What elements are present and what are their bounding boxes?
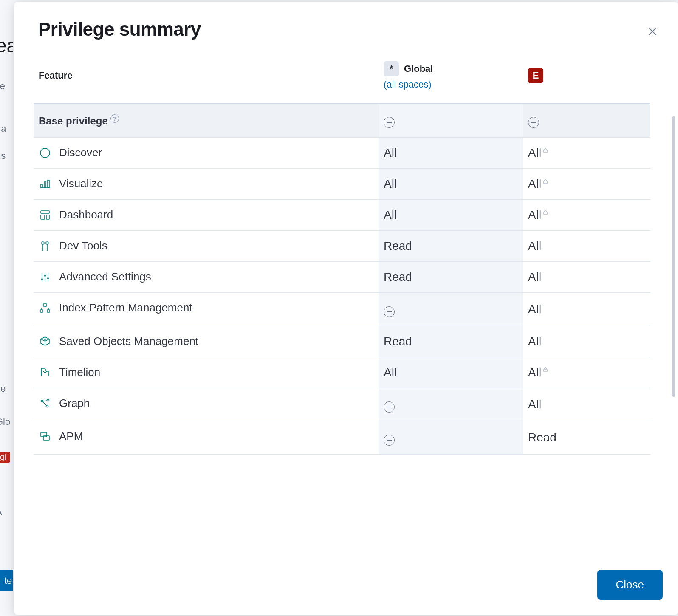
feature-e-value: All: [523, 262, 650, 293]
feature-name-cell: Visualize: [34, 169, 379, 199]
timelion-icon: [39, 366, 51, 379]
feature-global-value: All: [379, 138, 523, 169]
compass-icon: [39, 147, 51, 159]
base-privilege-label: Base privilege: [39, 115, 108, 127]
minus-icon: [384, 306, 395, 317]
feature-name-cell: Advanced Settings: [34, 262, 379, 292]
feature-global-value: [379, 293, 523, 326]
feature-e-value: All: [523, 293, 650, 326]
feature-label: Saved Objects Management: [59, 335, 198, 348]
global-space-label: Global: [404, 63, 433, 74]
background-page-fragments: ea ile na es ce Glo A gi te: [0, 0, 13, 616]
help-icon[interactable]: ?: [110, 114, 119, 123]
privilege-summary-modal: Privilege summary Feature: [14, 2, 678, 615]
modal-title: Privilege summary: [38, 19, 654, 40]
feature-e-value: All: [523, 388, 650, 421]
feature-label: Advanced Settings: [59, 270, 151, 283]
minus-icon: [384, 401, 395, 413]
feature-e-value: All: [523, 357, 650, 388]
graph-icon: [39, 397, 51, 410]
feature-global-value: [379, 388, 523, 421]
lock-icon: [543, 147, 548, 154]
feature-name-cell: Graph: [34, 388, 379, 418]
base-privilege-row: Base privilege?: [34, 104, 650, 138]
column-header-space-e: E: [523, 53, 650, 104]
feature-name-cell: Timelion: [34, 357, 379, 387]
feature-global-value: All: [379, 357, 523, 388]
feature-label: Discover: [59, 146, 102, 159]
feature-name-cell: Dev Tools: [34, 231, 379, 261]
dashboard-icon: [39, 209, 51, 221]
minus-icon: [384, 435, 395, 446]
all-spaces-link[interactable]: (all spaces): [384, 79, 431, 90]
feature-global-value: All: [379, 200, 523, 231]
minus-icon: [528, 117, 539, 128]
feature-global-value: Read: [379, 262, 523, 293]
feature-e-value: All: [523, 138, 650, 169]
feature-label: Dev Tools: [59, 239, 107, 252]
feature-name-cell: Index Pattern Management: [34, 293, 379, 323]
feature-e-value: Read: [523, 421, 650, 454]
feature-row: Index Pattern ManagementAll: [34, 293, 650, 326]
feature-label: Index Pattern Management: [59, 301, 192, 314]
minus-icon: [384, 117, 395, 128]
feature-name-cell: Discover: [34, 138, 379, 168]
base-privilege-e: [523, 104, 650, 138]
feature-name-cell: APM: [34, 421, 379, 452]
feature-e-value: All: [523, 169, 650, 200]
apm-icon: [39, 430, 51, 443]
visualize-icon: [39, 178, 51, 190]
privilege-table: Feature * Global (all spaces): [34, 53, 650, 455]
feature-row: TimelionAllAll: [34, 357, 650, 388]
feature-name-cell: Dashboard: [34, 200, 379, 230]
feature-label: APM: [59, 430, 83, 443]
column-header-global: * Global (all spaces): [379, 53, 523, 104]
feature-label: Dashboard: [59, 208, 113, 221]
base-privilege-global: [379, 104, 523, 138]
global-space-badge: *: [384, 61, 399, 76]
devtools-icon: [39, 240, 51, 252]
saved-icon: [39, 335, 51, 348]
feature-label: Visualize: [59, 177, 103, 190]
feature-row: APMRead: [34, 421, 650, 454]
feature-row: DashboardAllAll: [34, 200, 650, 231]
feature-row: DiscoverAllAll: [34, 138, 650, 169]
feature-row: Dev ToolsReadAll: [34, 231, 650, 262]
lock-icon: [543, 366, 548, 373]
feature-e-value: All: [523, 326, 650, 357]
feature-row: VisualizeAllAll: [34, 169, 650, 200]
space-e-badge: E: [528, 68, 543, 83]
lock-icon: [543, 209, 548, 216]
feature-global-value: Read: [379, 231, 523, 262]
feature-row: GraphAll: [34, 388, 650, 421]
feature-global-value: All: [379, 169, 523, 200]
feature-e-value: All: [523, 200, 650, 231]
feature-row: Advanced SettingsReadAll: [34, 262, 650, 293]
feature-label: Timelion: [59, 366, 100, 379]
feature-row: Saved Objects ManagementReadAll: [34, 326, 650, 357]
advanced-icon: [39, 271, 51, 283]
scrollbar[interactable]: [672, 116, 675, 397]
feature-e-value: All: [523, 231, 650, 262]
column-header-feature: Feature: [34, 53, 379, 104]
index-icon: [39, 302, 51, 314]
feature-name-cell: Saved Objects Management: [34, 326, 379, 356]
feature-global-value: [379, 421, 523, 454]
close-button[interactable]: Close: [597, 570, 663, 600]
close-icon[interactable]: [644, 23, 661, 40]
feature-global-value: Read: [379, 326, 523, 357]
feature-label: Graph: [59, 397, 90, 410]
lock-icon: [543, 178, 548, 185]
